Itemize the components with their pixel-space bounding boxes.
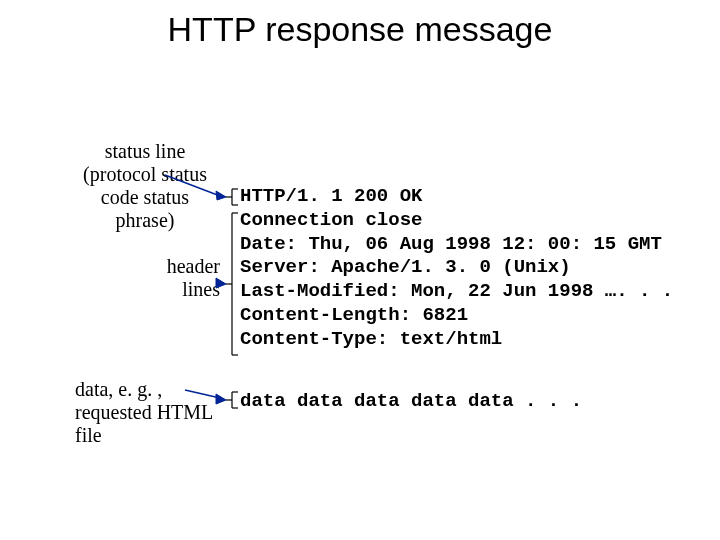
- code-data-line: data data data data data . . .: [240, 390, 582, 414]
- label-data: data, e. g. , requested HTML file: [75, 378, 215, 447]
- label-status-line: status line (protocol status code status…: [70, 140, 220, 232]
- page-title: HTTP response message: [0, 10, 720, 49]
- bracket-header: [226, 213, 238, 355]
- bracket-status: [226, 189, 238, 205]
- code-response-block: HTTP/1. 1 200 OK Connection close Date: …: [240, 185, 673, 351]
- label-header-lines: header lines: [140, 255, 220, 301]
- svg-marker-17: [216, 394, 226, 404]
- bracket-data: [226, 392, 238, 408]
